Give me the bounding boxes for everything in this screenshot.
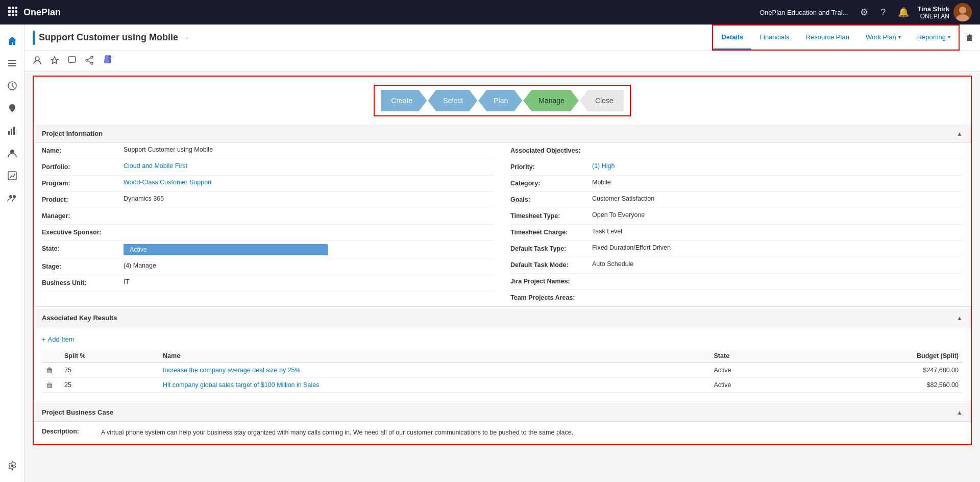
star-toolbar-icon[interactable] — [50, 56, 59, 67]
stage-manage[interactable]: Manage — [523, 90, 579, 111]
user-info: Tina Shirk ONEPLAN — [917, 5, 949, 20]
sidebar-item-list[interactable] — [2, 53, 22, 74]
svg-point-24 — [11, 465, 13, 467]
field-state: State: Active — [42, 241, 494, 259]
key-results-title: Associated Key Results — [42, 314, 117, 322]
field-state-label: State: — [42, 244, 124, 252]
field-timesheet-charge-value: Task Level — [592, 228, 622, 235]
field-assoc-obj-label: Associated Objectives: — [510, 146, 592, 154]
page-title: Support Customer using Mobile — [39, 32, 178, 43]
stage-create[interactable]: Create — [381, 90, 427, 111]
description-text: A virtual phone system can help your bus… — [101, 428, 573, 438]
field-name: Name: Support Customer using Mobile — [42, 143, 494, 159]
top-navigation: ​ OnePlan OnePlan Education and Trai... … — [0, 0, 980, 25]
field-stage: Stage: (4) Manage — [42, 259, 494, 275]
field-jira-project-names: Jira Project Names: — [510, 274, 963, 290]
bell-icon[interactable]: 🔔 — [894, 5, 913, 20]
field-business-unit: Business Unit: IT — [42, 275, 494, 292]
row0-name[interactable]: Increase the company average deal size b… — [159, 363, 709, 378]
help-icon[interactable]: ? — [876, 5, 890, 20]
row1-split: 25 — [60, 378, 159, 393]
user-menu[interactable]: Tina Shirk ONEPLAN — [917, 3, 972, 21]
key-result-row-1: 🗑 25 Hit company global sales target of … — [42, 378, 963, 393]
project-info-header[interactable]: Project Information ▲ — [34, 125, 971, 143]
business-case-body: Description: A virtual phone system can … — [34, 422, 971, 444]
sidebar-item-home[interactable] — [2, 31, 22, 51]
sidebar-item-settings[interactable] — [2, 455, 22, 476]
field-manager: Manager: — [42, 208, 494, 225]
svg-rect-4 — [12, 10, 14, 13]
svg-rect-3 — [8, 10, 11, 13]
field-default-task-type-value: Fixed Duration/Effort Driven — [592, 244, 671, 251]
svg-rect-7 — [12, 14, 14, 16]
row0-split: 75 — [60, 363, 159, 378]
business-case-title: Project Business Case — [42, 408, 113, 416]
svg-point-23 — [13, 195, 16, 198]
person-toolbar-icon[interactable] — [33, 56, 42, 67]
sidebar-item-people[interactable] — [2, 143, 22, 163]
field-name-label: Name: — [42, 146, 124, 154]
svg-rect-13 — [8, 63, 16, 64]
field-manager-label: Manager: — [42, 211, 124, 220]
tab-work-plan[interactable]: Work Plan ▾ — [857, 26, 909, 50]
page-title-container: Support Customer using Mobile → — [33, 31, 189, 45]
project-info-right-col: Associated Objectives: Priority: (1) Hig… — [502, 143, 971, 306]
business-case-header[interactable]: Project Business Case ▲ — [34, 403, 971, 422]
header-left: Support Customer using Mobile → — [24, 25, 712, 51]
sidebar-item-analytics[interactable] — [2, 165, 22, 186]
stage-close[interactable]: Close — [580, 90, 624, 111]
secondary-header: Support Customer using Mobile → Details … — [24, 25, 980, 51]
page-title-arrow[interactable]: → — [182, 34, 189, 42]
field-program-value[interactable]: World-Class Customer Support — [124, 179, 212, 186]
tab-details[interactable]: Details — [713, 26, 751, 50]
svg-rect-19 — [16, 129, 16, 135]
tab-financials[interactable]: Financials — [751, 26, 798, 50]
field-timesheet-type-value: Open To Everyone — [592, 211, 645, 219]
field-business-unit-value: IT — [124, 278, 129, 285]
sidebar-item-reports[interactable] — [2, 120, 22, 141]
business-case-section: Project Business Case ▲ Description: A v… — [34, 403, 971, 444]
field-default-task-type-label: Default Task Type: — [510, 244, 592, 252]
field-priority-value[interactable]: (1) High — [592, 162, 615, 170]
project-info-collapse-icon: ▲ — [957, 130, 963, 137]
delete-icon-1[interactable]: 🗑 — [46, 381, 53, 389]
sidebar-item-team[interactable] — [2, 188, 22, 208]
app-logo: OnePlan — [23, 7, 760, 18]
svg-point-27 — [91, 56, 93, 58]
stage-select[interactable]: Select — [428, 90, 477, 111]
project-info-section: Project Information ▲ Name: Support Cust… — [34, 125, 971, 307]
field-product-label: Product: — [42, 195, 124, 203]
sidebar-item-ideas[interactable] — [2, 98, 22, 118]
sidebar-item-time[interactable] — [2, 76, 22, 96]
stage-plan[interactable]: Plan — [478, 90, 522, 111]
field-priority-label: Priority: — [510, 162, 592, 171]
delete-icon-0[interactable]: 🗑 — [46, 366, 53, 374]
content-area: Create Select Plan Manage — [24, 71, 980, 482]
user-name: Tina Shirk — [917, 5, 949, 13]
add-item-button[interactable]: + Add Item — [42, 335, 75, 343]
field-associated-objectives: Associated Objectives: — [510, 143, 963, 159]
share-toolbar-icon[interactable] — [85, 56, 94, 67]
field-program-label: Program: — [42, 179, 124, 187]
toolbar — [24, 51, 980, 71]
field-goals-label: Goals: — [510, 195, 592, 203]
field-portfolio-value[interactable]: Cloud and Mobile First — [124, 162, 187, 170]
field-default-task-mode-value: Auto Schedule — [592, 260, 633, 268]
key-results-header[interactable]: Associated Key Results ▲ — [34, 309, 971, 327]
comment-toolbar-icon[interactable] — [67, 56, 77, 67]
row1-name[interactable]: Hit company global sales target of $100 … — [159, 378, 709, 393]
teams-toolbar-icon[interactable] — [102, 54, 113, 68]
org-name: OnePlan Education and Trai... — [760, 9, 848, 16]
svg-point-10 — [959, 7, 966, 14]
row0-delete[interactable]: 🗑 — [42, 363, 60, 378]
header-delete-icon[interactable]: 🗑 — [960, 25, 980, 51]
gear-icon[interactable]: ⚙ — [856, 5, 872, 20]
svg-rect-17 — [11, 129, 12, 135]
row1-delete[interactable]: 🗑 — [42, 378, 60, 393]
tab-reporting[interactable]: Reporting ▾ — [909, 26, 959, 50]
grid-icon[interactable]: ​ — [8, 7, 17, 18]
field-exec-sponsor-label: Executive Sponsor: — [42, 228, 124, 236]
avatar — [953, 3, 972, 21]
tab-resource-plan[interactable]: Resource Plan — [798, 26, 857, 50]
tab-navigation: Details Financials Resource Plan Work Pl… — [712, 25, 960, 51]
